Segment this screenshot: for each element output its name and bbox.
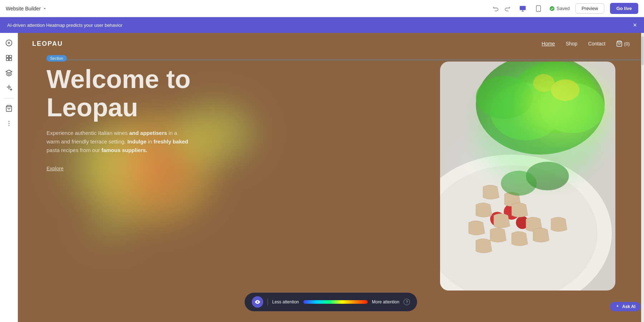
app-title-text: Website Builder [6, 6, 41, 11]
toolbar: Website Builder Saved Preview Go live [0, 0, 644, 17]
canvas-area: LEOPAU Home Shop Contact (0) Section [18, 33, 644, 322]
ai-banner: AI-driven attention Heatmap predicts you… [0, 17, 644, 33]
cart-count: (0) [624, 41, 630, 47]
eye-icon [255, 299, 260, 305]
svg-rect-10 [9, 58, 11, 61]
svg-rect-8 [9, 55, 11, 58]
banner-text: AI-driven attention Heatmap predicts you… [7, 23, 122, 28]
svg-point-3 [550, 6, 554, 11]
heatmap-blob-green-bottom [75, 194, 147, 251]
redo-button[interactable] [502, 4, 512, 14]
left-sidebar [0, 33, 18, 322]
toolbar-left: Website Builder [6, 6, 47, 11]
saved-label: Saved [557, 6, 570, 11]
legend-bar: Less attention More attention ? [245, 293, 417, 311]
site-navbar: LEOPAU Home Shop Contact (0) [18, 33, 644, 54]
mobile-view-button[interactable] [533, 4, 543, 14]
hero-description: Experience authentic Italian wines and a… [47, 129, 190, 155]
scrollbar-thumb[interactable] [641, 36, 644, 65]
golive-button[interactable]: Go live [610, 3, 638, 14]
svg-point-2 [538, 10, 539, 11]
svg-rect-9 [6, 58, 9, 61]
undo-redo-group [491, 4, 512, 14]
svg-rect-7 [6, 55, 9, 58]
toolbar-right: Saved Preview Go live [491, 3, 638, 14]
check-icon [549, 6, 555, 11]
site-nav: Home Shop Contact (0) [542, 40, 630, 47]
section-border [47, 60, 644, 60]
svg-point-12 [8, 121, 9, 122]
legend-help-button[interactable]: ? [404, 299, 410, 305]
svg-point-31 [522, 69, 608, 140]
ask-ai-label: Ask AI [622, 304, 635, 309]
food-image [440, 62, 615, 291]
hero-title-line2: Leopau [47, 93, 283, 122]
sidebar-ai[interactable] [3, 82, 15, 94]
banner-close-button[interactable]: × [633, 22, 637, 28]
saved-status: Saved [549, 6, 570, 11]
site-logo: LEOPAU [32, 40, 63, 48]
sidebar-layers[interactable] [3, 52, 15, 64]
sidebar-divider [4, 98, 14, 98]
explore-button[interactable]: Explore [47, 166, 63, 171]
sidebar-components[interactable] [3, 67, 15, 79]
svg-point-32 [257, 301, 258, 303]
nav-contact[interactable]: Contact [588, 41, 605, 47]
sidebar-ecommerce[interactable] [3, 102, 15, 115]
svg-point-14 [8, 125, 9, 126]
sidebar-add-element[interactable] [3, 36, 15, 49]
app-title[interactable]: Website Builder [6, 6, 47, 11]
chevron-down-icon [42, 6, 47, 11]
nav-home[interactable]: Home [542, 41, 555, 47]
ask-ai-button[interactable]: Ask AI [610, 302, 640, 311]
desktop-view-button[interactable] [518, 4, 528, 14]
more-attention-label: More attention [372, 299, 400, 304]
nav-shop[interactable]: Shop [566, 41, 577, 47]
hero-title-line1: Welcome to [47, 65, 283, 93]
preview-button[interactable]: Preview [575, 3, 604, 14]
sidebar-more[interactable] [3, 117, 15, 130]
pasta-illustration [440, 62, 615, 291]
main-layout: LEOPAU Home Shop Contact (0) Section [0, 33, 644, 322]
website-preview: LEOPAU Home Shop Contact (0) Section [18, 33, 644, 322]
hero-content: Welcome to Leopau Experience authentic I… [47, 65, 283, 172]
cart-icon[interactable]: (0) [616, 40, 630, 47]
legend-divider [268, 298, 268, 306]
sparkle-icon [615, 304, 620, 309]
section-badge[interactable]: Section [47, 55, 67, 62]
legend-eye-icon[interactable] [252, 296, 263, 308]
scrollbar[interactable] [641, 33, 644, 322]
hero-title: Welcome to Leopau [47, 65, 283, 122]
undo-button[interactable] [491, 4, 501, 14]
less-attention-label: Less attention [272, 299, 299, 304]
svg-rect-0 [519, 6, 526, 10]
attention-gradient-bar [303, 300, 368, 304]
svg-point-13 [8, 123, 9, 124]
